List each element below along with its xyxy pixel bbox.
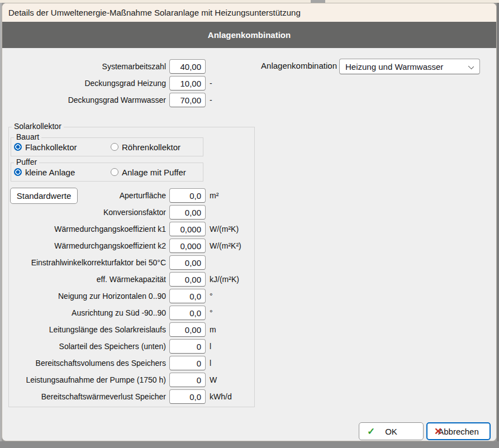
radio-label: Röhrenkollektor [122,142,180,152]
radio-label: Anlage mit Puffer [122,168,186,177]
window-border-bottom [0,441,499,448]
puffer-legend: Puffer [14,158,39,166]
form-row: Deckungsgrad Heizung - [6,76,212,90]
checkmark-icon: ✓ [367,426,375,437]
radio-selected-icon [14,168,22,176]
leitungslaenge-input[interactable] [169,322,206,337]
radio-selected-icon [14,143,22,151]
radio-label: kleine Anlage [25,168,75,177]
deckungsgrad-warmwasser-input[interactable] [169,93,206,107]
cross-icon: ✕ [434,426,442,437]
ok-button[interactable]: ✓ OK [359,422,424,440]
dialog-window: Details der Umweltenergie-Maßnahme Solar… [2,3,497,441]
leitungslaenge-label: Leitungslänge des Solarkreislaufs [6,325,166,334]
waermekapazitaet-label: eff. Wärmekapazität [6,275,166,284]
form-row: Bereitschaftsvolumens des Speichers l [6,356,211,370]
k1-label: Wärmedurchgangskoeffizient k1 [6,225,166,233]
solarkollektor-legend: Solarkollektor [12,122,64,131]
ok-button-label: OK [385,427,397,436]
radio-kleine-anlage[interactable]: kleine Anlage [14,166,75,178]
radio-flachkollektor[interactable]: Flachkollektor [14,141,77,152]
ausrichtung-input[interactable] [169,306,206,320]
bereitschaftsvolumen-input[interactable] [169,356,206,370]
radio-label: Flachkollektor [25,142,77,152]
unit-label: m [210,325,216,334]
unit-label: ° [210,292,213,301]
form-row: Ausrichtung zu Süd -90..90 ° [6,306,213,320]
bereitschaftsvolumen-label: Bereitschaftsvolumens des Speichers [6,359,166,368]
deckungsgrad-heizung-label: Deckungsgrad Heizung [6,79,166,88]
solarteil-input[interactable] [169,339,206,354]
form-row: Deckungsgrad Warmwasser - [6,93,212,107]
aperturflaeche-input[interactable] [169,188,206,203]
chevron-down-icon [469,64,473,69]
form-row: Neigung zur Horizontalen 0..90 ° [6,289,213,303]
form-row: Bereitschaftswärmeverlust Speicher kWh/d [6,389,232,404]
unit-label: W/(m²K) [210,225,239,233]
anlagenkombination-value: Heizung und Warmwasser [345,62,443,72]
form-row: Aperturfläche m² [6,188,218,203]
einstrahlwinkel-input[interactable] [169,255,206,270]
unit-label: kWh/d [210,392,232,401]
aperturflaeche-label: Aperturfläche [6,191,166,200]
unit-label: W [210,375,217,384]
waermeverlust-label: Bereitschaftswärmeverlust Speicher [6,392,166,401]
k2-label: Wärmedurchgangskoeffizient k2 [6,241,166,250]
unit-label: l [210,342,211,351]
window-border-right [497,3,499,448]
neigung-label: Neigung zur Horizontalen 0..90 [6,292,166,301]
window-title: Details der Umweltenergie-Maßnahme Solar… [8,8,301,17]
cancel-button-label: Abbrechen [438,427,479,436]
form-row: Wärmedurchgangskoeffizient k2 W/(m²K²) [6,239,241,253]
systemarbeitszahl-input[interactable] [169,59,206,74]
form-row: Leitungslänge des Solarkreislaufs m [6,322,216,337]
deckungsgrad-heizung-input[interactable] [169,76,206,90]
solarteil-label: Solarteil des Speichers (unten) [6,342,166,351]
radio-roehrenkollektor[interactable]: Röhrenkollektor [111,141,180,152]
cancel-button[interactable]: ✕ Abbrechen [426,422,491,440]
bauart-legend: Bauart [14,132,41,141]
einstrahlwinkel-label: Einstrahlwinkelkorrekturfaktor bei 50°C [6,258,166,267]
form-row: Konversionsfaktor [6,205,210,220]
form-row: Leistungsaufnahme der Pumpe (1750 h) W [6,373,217,387]
waermekapazitaet-input[interactable] [169,272,206,287]
k2-input[interactable] [169,239,206,253]
ausrichtung-label: Ausrichtung zu Süd -90..90 [6,308,166,317]
unit-label: W/(m²K²) [210,241,241,250]
form-row: Solarteil des Speichers (unten) l [6,339,211,354]
section-header-title: Anlagenkombination [208,30,291,40]
waermeverlust-input[interactable] [169,389,206,404]
form-row: Wärmedurchgangskoeffizient k1 W/(m²K) [6,222,239,236]
unit-label: ° [210,308,213,317]
pumpe-input[interactable] [169,373,206,387]
konversionsfaktor-label: Konversionsfaktor [6,208,166,217]
radio-unselected-icon [111,143,118,151]
k1-input[interactable] [169,222,206,236]
form-row: eff. Wärmekapazität kJ/(m²K) [6,272,239,287]
deckungsgrad-warmwasser-label: Deckungsgrad Warmwasser [6,96,166,104]
unit-label: l [210,359,211,368]
neigung-input[interactable] [169,289,206,303]
anlagenkombination-select[interactable]: Heizung und Warmwasser [339,59,480,74]
systemarbeitszahl-label: Systemarbeitszahl [6,62,166,71]
unit-label: - [210,96,212,104]
form-row: Systemarbeitszahl [6,59,210,74]
unit-label: - [210,79,212,88]
konversionsfaktor-input[interactable] [169,205,206,220]
title-bar[interactable]: Details der Umweltenergie-Maßnahme Solar… [2,3,496,22]
section-header: Anlagenkombination [2,22,496,48]
radio-anlage-mit-puffer[interactable]: Anlage mit Puffer [111,166,186,178]
pumpe-label: Leistungsaufnahme der Pumpe (1750 h) [6,375,166,384]
radio-unselected-icon [111,168,118,176]
unit-label: m² [210,191,218,200]
anlagenkombination-label: Anlagenkombination [208,61,337,70]
unit-label: kJ/(m²K) [210,275,239,284]
form-row: Einstrahlwinkelkorrekturfaktor bei 50°C [6,255,210,270]
